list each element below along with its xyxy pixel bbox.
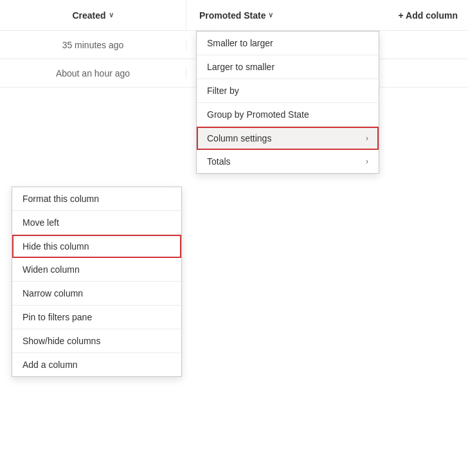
menu-item-label: Add a column [22,360,78,370]
col-promoted-label: Promoted State [199,10,266,21]
menu-item-column-settings[interactable]: Column settings › [197,127,379,150]
promoted-state-context-menu: Smaller to larger Larger to smaller Filt… [196,31,379,174]
menu-item-label: Show/hide columns [22,336,100,346]
menu-item-label: Move left [22,217,59,228]
cell-created-1: 35 minutes ago [0,40,186,50]
menu-item-label: Filter by [207,86,239,96]
menu-item-widen-column[interactable]: Widen column [12,258,181,282]
created-column-context-menu: Format this column Move left Hide this c… [12,187,182,377]
menu-item-add-column[interactable]: Add a column [12,353,181,376]
chevron-right-icon: › [366,134,368,143]
menu-item-filter-by[interactable]: Filter by [197,79,379,103]
table-header: Created ∨ Promoted State ∨ + Add column [0,0,468,31]
chevron-down-icon: ∨ [109,11,114,19]
menu-item-label: Group by Promoted State [207,109,309,120]
menu-item-larger-to-smaller[interactable]: Larger to smaller [197,55,379,79]
menu-item-format-column[interactable]: Format this column [12,187,181,211]
menu-item-label: Smaller to larger [207,38,273,48]
menu-item-label: Hide this column [22,241,89,252]
menu-item-label: Format this column [22,194,99,204]
menu-item-label: Column settings [207,133,271,143]
add-column-label: + Add column [399,10,458,21]
col-created-label: Created [72,10,105,21]
menu-item-label: Totals [207,156,231,167]
menu-item-label: Narrow column [22,288,83,298]
menu-item-label: Pin to filters pane [22,312,92,322]
chevron-down-icon: ∨ [268,11,273,19]
menu-item-pin-filters[interactable]: Pin to filters pane [12,306,181,329]
menu-item-hide-column[interactable]: Hide this column [12,235,181,258]
page-container: Created ∨ Promoted State ∨ + Add column … [0,0,468,476]
created-timestamp-1: 35 minutes ago [62,40,124,50]
menu-item-move-left[interactable]: Move left [12,211,181,235]
menu-item-label: Larger to smaller [207,62,274,72]
menu-item-label: Widen column [22,264,80,275]
menu-item-totals[interactable]: Totals › [197,150,379,173]
menu-item-narrow-column[interactable]: Narrow column [12,282,181,306]
created-timestamp-2: About an hour ago [56,68,130,78]
menu-item-show-hide-columns[interactable]: Show/hide columns [12,329,181,353]
add-column-button[interactable]: + Add column [399,10,468,21]
col-created-header[interactable]: Created ∨ [0,0,186,30]
chevron-right-icon: › [366,157,368,166]
menu-item-smaller-to-larger[interactable]: Smaller to larger [197,32,379,55]
menu-item-group-by[interactable]: Group by Promoted State [197,103,379,127]
col-promoted-header[interactable]: Promoted State ∨ + Add column [186,0,468,30]
cell-created-2: About an hour ago [0,68,186,78]
